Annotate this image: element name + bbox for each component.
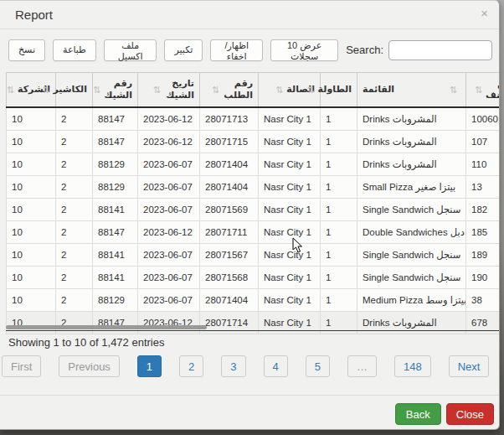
copy-button[interactable]: نسخ — [8, 39, 45, 61]
show-hide-columns-button[interactable]: اظهار/اخفاء — [210, 39, 263, 61]
table-cell: Small Pizza بيتزا صغير — [357, 176, 466, 199]
search-input[interactable] — [388, 40, 492, 60]
table-cell: 88147 — [93, 131, 138, 153]
sort-icon: ⇅ — [475, 85, 482, 96]
table-cell: 1 — [321, 176, 357, 199]
table-cell: Nasr City 1 — [259, 107, 321, 131]
modal-title: Report — [15, 8, 53, 22]
table-cell: 2023-06-12 — [138, 221, 200, 244]
column-label: الكاشير — [53, 84, 87, 96]
table-cell: 1 — [321, 199, 357, 221]
table-row[interactable]: 102881412023-06-0728071569Nasr City 11Si… — [7, 199, 500, 221]
footer-actions: Back Close — [395, 403, 494, 425]
table-header-row: ⇅الشركة⇅الكاشير⇅رقم الشيك⇅تاريخ الشيك⇅رق… — [7, 73, 500, 108]
table-cell: 107 — [466, 131, 500, 153]
table-cell: 10 — [7, 131, 56, 153]
column-label: رقم الطلب — [223, 78, 253, 101]
table-cell: 2023-06-12 — [138, 131, 200, 153]
table-row[interactable]: 102881292023-06-0728071404Nasr City 11Me… — [7, 289, 500, 312]
page-button-148[interactable]: 148 — [394, 355, 431, 377]
table-cell: Drinks المشروبات — [357, 107, 466, 131]
sort-icon: ⇅ — [93, 85, 100, 96]
column-header[interactable]: ⇅تاريخ الشيك — [138, 73, 200, 108]
table-cell: Drinks المشروبات — [357, 153, 466, 176]
page-button-next[interactable]: Next — [449, 355, 490, 377]
column-header[interactable]: ⇅الطاولة — [321, 73, 357, 108]
table-cell: 110 — [466, 153, 500, 176]
column-header[interactable]: ⇅رقم الشيك — [93, 73, 138, 108]
column-label: الطاولة — [318, 84, 352, 96]
table-cell: 1 — [321, 267, 357, 289]
table-row[interactable]: 102881472023-06-1228071711Nasr City 11Do… — [7, 221, 500, 244]
table-row[interactable]: 102881292023-06-0728071404Nasr City 11Dr… — [7, 153, 500, 176]
table-cell: 1 — [321, 289, 357, 312]
column-header[interactable]: القائمة⇅ — [357, 73, 466, 108]
sort-icon: ⇅ — [212, 85, 219, 96]
page-button-1[interactable]: 1 — [137, 355, 162, 377]
table-cell: 10 — [7, 153, 56, 176]
table-cell: 38 — [466, 289, 500, 312]
table-cell: 2023-06-07 — [138, 199, 200, 221]
table-bottom-border — [6, 330, 499, 331]
page-button-2[interactable]: 2 — [179, 355, 203, 377]
table-cell: 10 — [7, 289, 56, 312]
page-button-5[interactable]: 5 — [306, 355, 330, 377]
close-icon[interactable]: × — [481, 7, 488, 19]
table-cell: 10 — [7, 107, 56, 131]
table-cell: 28071568 — [200, 267, 259, 289]
table-cell: 189 — [466, 244, 500, 267]
table-cell: Nasr City 1 — [259, 131, 321, 153]
table-cell: 2023-06-12 — [138, 107, 200, 131]
table-row[interactable]: 102881292023-06-0728071404Nasr City 11Sm… — [7, 176, 500, 199]
table-row[interactable]: 102881412023-06-0728071567Nasr City 11Si… — [7, 244, 500, 267]
show-10-records-button[interactable]: عرض 10 سجلات — [270, 39, 338, 61]
table-cell: Double Sandwiches دبل — [357, 221, 466, 244]
table-cell: 10 — [7, 176, 56, 199]
page-button-previous: Previous — [59, 355, 120, 377]
table-cell: 1 — [321, 131, 357, 153]
report-table-wrapper: ⇅الشركة⇅الكاشير⇅رقم الشيك⇅تاريخ الشيك⇅رق… — [6, 72, 499, 334]
enlarge-button[interactable]: تكبير — [164, 39, 203, 61]
table-cell: 1 — [321, 107, 357, 131]
close-button[interactable]: Close — [446, 403, 494, 425]
footer-divider — [0, 395, 499, 396]
toolbar: نسخ طباعة ملف اكسيل تكبير اظهار/اخفاء عر… — [8, 39, 492, 61]
sort-icon: ⇅ — [42, 85, 49, 96]
table-cell: 10 — [7, 267, 56, 289]
table-row[interactable]: 102881412023-06-0728071568Nasr City 11Si… — [7, 267, 500, 289]
report-table: ⇅الشركة⇅الكاشير⇅رقم الشيك⇅تاريخ الشيك⇅رق… — [6, 72, 499, 334]
excel-file-button[interactable]: ملف اكسيل — [104, 39, 157, 61]
scrollbar-thumb[interactable] — [6, 325, 207, 329]
back-button[interactable]: Back — [395, 403, 441, 425]
column-label: تاريخ الشيك — [164, 78, 194, 101]
table-cell: 2 — [56, 199, 93, 221]
search-label: Search: — [346, 44, 383, 56]
table-cell: 2023-06-07 — [138, 244, 200, 267]
column-header[interactable]: ⇅رقم الصنف — [466, 73, 500, 108]
table-cell: 88141 — [93, 267, 138, 289]
table-cell: 28071404 — [200, 176, 259, 199]
page-button-3[interactable]: 3 — [221, 355, 245, 377]
entries-info: Showing 1 to 10 of 1,472 entries — [8, 336, 164, 349]
print-button[interactable]: طباعة — [53, 39, 96, 61]
table-row[interactable]: 102881472023-06-1228071713Nasr City 11Dr… — [7, 107, 500, 131]
page-button-first: First — [2, 355, 41, 377]
table-cell: 2 — [56, 267, 93, 289]
page-button-4[interactable]: 4 — [264, 355, 288, 377]
table-row[interactable]: 102881472023-06-1228071715Nasr City 11Dr… — [7, 131, 500, 153]
column-header[interactable]: ⇅رقم الطلب — [200, 73, 259, 108]
table-cell: Nasr City 1 — [259, 244, 321, 267]
table-cell: 88129 — [93, 176, 138, 199]
table-cell: Nasr City 1 — [259, 153, 321, 176]
table-cell: 2023-06-07 — [138, 267, 200, 289]
table-cell: 10 — [7, 221, 56, 244]
column-label: القائمة — [363, 84, 394, 96]
table-cell: 2 — [56, 221, 93, 244]
sort-icon: ⇅ — [7, 85, 14, 96]
table-cell: 1 — [321, 153, 357, 176]
table-cell: Nasr City 1 — [259, 176, 321, 199]
table-cell: Single Sandwich سنجل — [357, 267, 466, 289]
table-cell: 88129 — [93, 153, 138, 176]
table-cell: 190 — [466, 267, 500, 289]
column-header[interactable]: ⇅الكاشير — [56, 73, 93, 108]
